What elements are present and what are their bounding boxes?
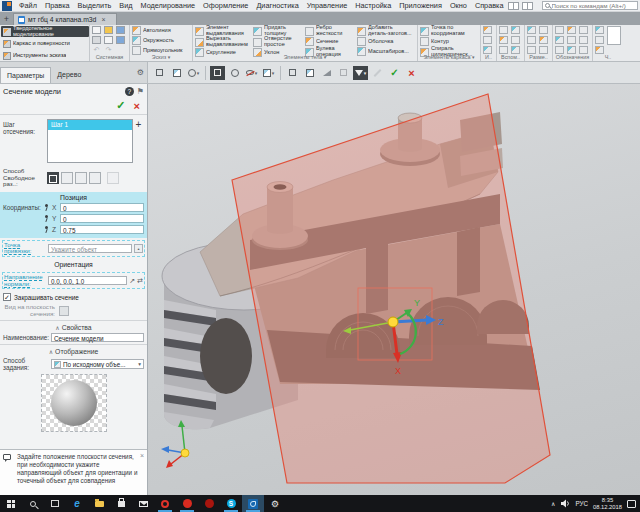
snap-pin-icon[interactable] (43, 203, 50, 211)
cut-step-list[interactable]: Шаг 1 (47, 119, 133, 163)
method-offset-button[interactable] (61, 172, 73, 184)
aux-axis-icon[interactable] (511, 26, 520, 34)
tray-chevron-icon[interactable]: ∧ (551, 500, 555, 507)
dimension-5-icon[interactable] (527, 46, 536, 54)
method-sketch-button[interactable] (107, 172, 119, 184)
method-box-button[interactable] (89, 172, 101, 184)
menu-settings[interactable]: Настройка (351, 1, 395, 10)
roughness-icon[interactable] (555, 26, 564, 34)
section-button[interactable]: Сечение (305, 37, 356, 46)
language-indicator[interactable]: РУС (575, 500, 588, 507)
add-step-button[interactable]: + (133, 119, 144, 130)
menu-file[interactable]: Файл (15, 1, 41, 10)
mode-solid-modeling[interactable]: Твердотельное моделирование (1, 26, 89, 37)
task-view-button[interactable] (44, 495, 66, 512)
linear-dimension-icon[interactable] (527, 26, 536, 34)
slope-display-button[interactable] (319, 66, 334, 80)
snap-pin-icon[interactable] (43, 225, 50, 233)
swap-direction-icon[interactable]: ⇄ (137, 277, 143, 285)
name-field[interactable]: Сечение модели (51, 333, 144, 342)
circle-button[interactable]: Окружность (132, 36, 189, 45)
browser-red-button[interactable] (176, 495, 198, 512)
menu-edit[interactable]: Правка (41, 1, 74, 10)
sheet-icon[interactable] (607, 26, 621, 45)
hint-close-icon[interactable]: × (140, 452, 144, 459)
add-part-stock-button[interactable]: Добавить деталь-заготов... (357, 26, 414, 36)
filter-button[interactable]: ▾ (353, 66, 368, 80)
sketch-mode-button[interactable] (169, 66, 184, 80)
kompas-taskbar-button[interactable] (242, 495, 264, 512)
save-as-icon[interactable] (116, 36, 125, 44)
material-preview[interactable] (42, 375, 106, 431)
aux-contour-icon[interactable] (511, 46, 520, 54)
skype-button[interactable]: S (220, 495, 242, 512)
confirm-button[interactable]: ✓ (387, 66, 402, 80)
leader-icon[interactable] (579, 26, 588, 34)
mail-button[interactable] (132, 495, 154, 512)
copy-icon[interactable] (483, 46, 492, 54)
layout-toggle-2-button[interactable] (522, 2, 533, 10)
cut-extrude-button[interactable]: Вырезать выдавливанием (195, 37, 252, 47)
mode-wireframe-surfaces[interactable]: Каркас и поверхности (1, 38, 89, 49)
aux-lcs-icon[interactable] (511, 36, 520, 44)
display-method-select[interactable]: По исходному объе... ▾ (51, 359, 144, 369)
datum-icon[interactable] (567, 26, 576, 34)
dimension-6-icon[interactable] (539, 46, 548, 54)
viewport-3d[interactable]: Z Y X (148, 84, 640, 495)
direction-arrow-icon[interactable]: ↗ (129, 277, 135, 285)
start-button[interactable] (0, 495, 22, 512)
bookmark-icon[interactable]: ⚑ (137, 87, 144, 96)
volume-icon[interactable] (560, 499, 570, 508)
print-icon[interactable] (92, 36, 101, 44)
edge-button[interactable]: e (66, 495, 88, 512)
designation-8-icon[interactable] (567, 46, 576, 54)
menu-applications[interactable]: Приложения (395, 1, 446, 10)
preview-icon[interactable] (104, 36, 113, 44)
store-button[interactable] (110, 495, 132, 512)
command-search-input[interactable] (552, 2, 639, 10)
orientation-cube-button[interactable] (210, 66, 225, 80)
array-icon[interactable] (483, 26, 492, 34)
menu-layout[interactable]: Оформление (199, 1, 252, 10)
snap-pin-icon[interactable] (43, 214, 50, 222)
aux-plane-icon[interactable] (499, 26, 508, 34)
shell-button[interactable]: Оболочка (357, 37, 414, 46)
designation-9-icon[interactable] (579, 46, 588, 54)
aux-control-point-icon[interactable] (499, 46, 508, 54)
mirror-icon[interactable] (483, 36, 492, 44)
taskbar-search-button[interactable] (22, 495, 44, 512)
cancel-button[interactable]: × (404, 66, 419, 80)
link-button[interactable] (336, 66, 351, 80)
open-document-icon[interactable] (104, 26, 113, 34)
aux-point-icon[interactable] (499, 36, 508, 44)
save-icon[interactable] (116, 26, 125, 34)
display-mode-button[interactable] (227, 66, 242, 80)
edit-pencil-button[interactable] (370, 66, 385, 80)
extrude-button[interactable]: Элемент выдавливания (195, 26, 252, 36)
panel-confirm-button[interactable]: ✓ (116, 99, 125, 112)
view-on-plane-icon[interactable] (59, 306, 69, 316)
taskbar-clock[interactable]: 8:35 08.12.2018 (593, 497, 622, 509)
section-display-button[interactable] (302, 66, 317, 80)
fill-section-checkbox[interactable]: ✓ (3, 293, 11, 301)
z-coordinate-field[interactable]: 0.75 (60, 225, 144, 234)
mark-icon[interactable] (567, 36, 576, 44)
note-icon[interactable] (579, 36, 588, 44)
menu-management[interactable]: Управление (303, 1, 352, 10)
normal-direction-link[interactable]: Направление нормали: (4, 274, 48, 287)
thicken-button[interactable]: Придать толщину (253, 26, 304, 36)
undo-icon[interactable]: ↶ (92, 46, 101, 54)
diameter-dimension-icon[interactable] (539, 36, 548, 44)
tab-close-icon[interactable]: × (101, 16, 105, 23)
anchor-point-link[interactable]: Точка привязки: (4, 242, 48, 255)
image-style-button[interactable]: ▾ (261, 66, 276, 80)
contour-button[interactable]: Контур (420, 37, 477, 46)
section-plane[interactable] (232, 94, 550, 483)
designation-7-icon[interactable] (555, 46, 564, 54)
y-coordinate-field[interactable]: 0 (60, 214, 144, 223)
layout-toggle-1-button[interactable] (508, 2, 519, 10)
drawing-1-icon[interactable] (595, 26, 604, 34)
drawing-3-icon[interactable] (595, 46, 604, 54)
command-search[interactable] (542, 1, 638, 10)
opera-button[interactable] (154, 495, 176, 512)
